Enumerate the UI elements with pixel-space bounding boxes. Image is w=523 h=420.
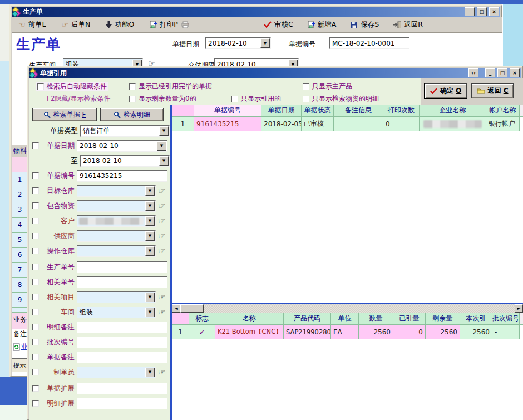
doc-col-remark[interactable]: 备注信息: [334, 105, 383, 117]
checkbox[interactable]: [303, 96, 309, 102]
dropdown-arrow-icon[interactable]: ▼: [145, 186, 155, 196]
dropdown-arrow-icon[interactable]: ▼: [145, 201, 155, 211]
print-button[interactable]: 打印P: [150, 20, 190, 29]
doc-col-company[interactable]: 企业名称: [420, 105, 486, 117]
row-header-8[interactable]: 8: [12, 278, 28, 293]
detail-hscrollbar[interactable]: ◄ ►: [172, 304, 523, 313]
det-col-name[interactable]: 名称: [215, 313, 284, 325]
det-col-qty[interactable]: 数量: [359, 313, 393, 325]
row-header-4[interactable]: 4: [12, 218, 28, 233]
scroll-right-arrow[interactable]: ►: [515, 304, 523, 313]
functions-button[interactable]: 功能O: [106, 20, 134, 29]
search-detail-button[interactable]: 检索明细: [100, 108, 164, 121]
close-button[interactable]: ×: [489, 7, 499, 16]
doc-col-status[interactable]: 单据状态: [302, 105, 334, 117]
related-no-input[interactable]: [77, 276, 167, 288]
checkbox[interactable]: [32, 279, 39, 285]
detail-extend-input[interactable]: [77, 398, 167, 409]
ok-button[interactable]: 确定 O: [425, 83, 467, 98]
dropdown-arrow-icon[interactable]: ▼: [159, 156, 169, 166]
det-col-thistime[interactable]: 本次引: [460, 313, 492, 325]
checkbox[interactable]: [32, 324, 39, 330]
search-doc-button[interactable]: 检索单据 F: [32, 108, 97, 121]
doc-type-combo[interactable]: 销售订单▼: [80, 125, 170, 137]
row-header-5[interactable]: 5: [12, 233, 28, 248]
audit-button[interactable]: 审核C: [264, 20, 293, 29]
prev-doc-button[interactable]: ☜ 前单L: [18, 20, 46, 29]
dropdown-arrow-icon[interactable]: ▼: [157, 141, 166, 151]
checkbox[interactable]: [37, 83, 44, 90]
row-header-1[interactable]: 1: [12, 172, 28, 187]
resize-toggle-button[interactable]: ↔: [468, 68, 478, 77]
date-from-combo[interactable]: 2018-02-10▼: [77, 140, 167, 152]
checkbox[interactable]: [32, 218, 39, 224]
contains-material-combo[interactable]: ▼: [77, 200, 156, 212]
checkbox[interactable]: [303, 83, 309, 90]
dropdown-arrow-icon[interactable]: ▼: [145, 308, 155, 317]
picker-hand-icon[interactable]: ☞: [158, 308, 165, 317]
doc-date-combo[interactable]: 2018-02-10▼: [205, 37, 271, 49]
maximize-button[interactable]: □: [477, 7, 487, 16]
det-col-unit[interactable]: 单位: [331, 313, 359, 325]
detail-table-row[interactable]: 1 ✓ K21 Bottom【CNC】 SAP21990280B EA 2560…: [172, 325, 523, 339]
dropdown-arrow-icon[interactable]: ▼: [145, 368, 155, 377]
cb-show-zero[interactable]: 显示剩余数量为0的: [129, 94, 196, 103]
det-col-batch[interactable]: 批次编号: [492, 313, 520, 325]
customer-combo[interactable]: ▼: [77, 215, 156, 227]
doc-col-printcount[interactable]: 打印次数: [383, 105, 420, 117]
doc-no-search-input[interactable]: 9161435215: [77, 170, 167, 182]
picker-hand-icon[interactable]: ☞: [158, 368, 165, 377]
minimize-button[interactable]: _: [465, 7, 475, 16]
picker-hand-icon[interactable]: ☞: [158, 247, 165, 255]
picker-hand-icon[interactable]: ☞: [158, 187, 165, 195]
checkbox[interactable]: [32, 202, 39, 209]
checkbox[interactable]: [32, 400, 39, 407]
date-to-combo[interactable]: 2018-02-10▼: [80, 155, 170, 167]
back-button[interactable]: 返回 C: [471, 83, 514, 98]
cb-only-referenced[interactable]: 只显示引用的: [231, 94, 281, 103]
doc-no-input[interactable]: MC-18-02-10-0001: [329, 37, 409, 49]
doc-col-docno[interactable]: 单据编号: [194, 105, 262, 117]
dropdown-arrow-icon[interactable]: ▼: [145, 216, 155, 226]
supplier-combo[interactable]: ▼: [77, 230, 156, 242]
business-link[interactable]: 业务: [13, 342, 28, 352]
doc-remark-input[interactable]: [77, 352, 167, 363]
dialog-minimize-button[interactable]: _: [485, 68, 495, 77]
det-col-flag[interactable]: 标志: [189, 313, 215, 325]
scroll-thumb[interactable]: [180, 304, 204, 313]
dropdown-arrow-icon[interactable]: ▼: [145, 246, 155, 256]
dropdown-arrow-icon[interactable]: ▼: [260, 38, 270, 48]
det-col-used[interactable]: 已引量: [393, 313, 426, 325]
detail-remark-input[interactable]: [77, 322, 167, 333]
checkbox[interactable]: [32, 248, 39, 254]
main-window-titlebar[interactable]: 生产单 _ □ ×: [12, 7, 500, 17]
cb-auto-hide[interactable]: 检索后自动隐藏条件: [36, 82, 108, 91]
row-header-partial[interactable]: [12, 308, 28, 313]
row-header-3[interactable]: 3: [12, 202, 28, 218]
workshop-search-combo[interactable]: 组装▼: [77, 307, 156, 318]
doc-col-corner[interactable]: -: [172, 105, 194, 117]
checkbox[interactable]: [231, 96, 238, 102]
cb-only-main-product[interactable]: 只显示主产品: [303, 82, 352, 91]
checkbox[interactable]: [32, 309, 39, 315]
dropdown-arrow-icon[interactable]: ▼: [145, 231, 155, 241]
picker-hand-icon[interactable]: ☞: [158, 217, 165, 225]
dropdown-arrow-icon[interactable]: ▼: [159, 126, 169, 136]
target-warehouse-combo[interactable]: ▼: [77, 185, 156, 197]
det-col-left[interactable]: 剩余量: [426, 313, 460, 325]
row-header-9[interactable]: 9: [12, 293, 28, 308]
cb-show-finished[interactable]: 显示已经引用完毕的单据: [129, 82, 212, 91]
checkbox[interactable]: [129, 96, 136, 102]
production-no-input[interactable]: [77, 261, 167, 273]
doc-table-row[interactable]: 1 9161435215 2018-02-05 已审核 0 银行帐户: [172, 117, 523, 131]
operate-warehouse-combo[interactable]: ▼: [77, 245, 156, 257]
checkbox[interactable]: [32, 264, 39, 270]
doc-extend-input[interactable]: [77, 383, 167, 394]
det-col-corner[interactable]: -: [172, 313, 189, 325]
checkbox[interactable]: [32, 294, 39, 300]
det-col-code[interactable]: 产品代码: [284, 313, 331, 325]
row-header-7[interactable]: 7: [12, 263, 28, 278]
picker-hand-icon[interactable]: ☞: [158, 232, 165, 240]
save-button[interactable]: 保存S: [351, 20, 379, 29]
checkbox[interactable]: [32, 369, 39, 375]
